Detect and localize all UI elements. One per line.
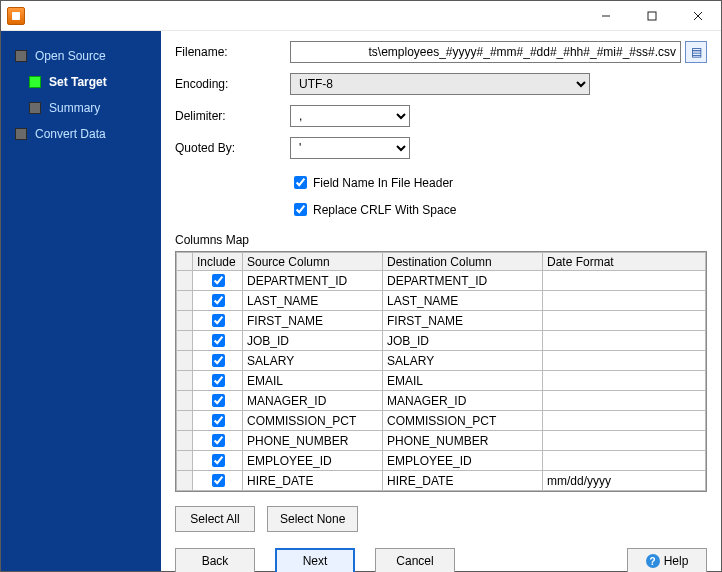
- sidebar-item-summary[interactable]: Summary: [21, 95, 155, 121]
- include-checkbox[interactable]: [212, 434, 225, 447]
- destination-cell[interactable]: PHONE_NUMBER: [383, 431, 543, 451]
- include-checkbox[interactable]: [212, 274, 225, 287]
- date-format-cell[interactable]: [543, 311, 706, 331]
- replace-crlf-checkbox[interactable]: [294, 203, 307, 216]
- destination-cell[interactable]: FIRST_NAME: [383, 311, 543, 331]
- table-row[interactable]: MANAGER_IDMANAGER_ID: [177, 391, 706, 411]
- date-format-cell[interactable]: mm/dd/yyyy: [543, 471, 706, 491]
- destination-cell[interactable]: SALARY: [383, 351, 543, 371]
- row-header[interactable]: [177, 331, 193, 351]
- table-row[interactable]: DEPARTMENT_IDDEPARTMENT_ID: [177, 271, 706, 291]
- source-cell[interactable]: EMPLOYEE_ID: [243, 451, 383, 471]
- destination-cell[interactable]: DEPARTMENT_ID: [383, 271, 543, 291]
- table-row[interactable]: COMMISSION_PCTCOMMISSION_PCT: [177, 411, 706, 431]
- destination-cell[interactable]: JOB_ID: [383, 331, 543, 351]
- include-checkbox[interactable]: [212, 314, 225, 327]
- date-format-cell[interactable]: [543, 451, 706, 471]
- destination-cell[interactable]: LAST_NAME: [383, 291, 543, 311]
- date-format-cell[interactable]: [543, 391, 706, 411]
- col-include[interactable]: Include: [193, 253, 243, 271]
- col-source[interactable]: Source Column: [243, 253, 383, 271]
- include-cell[interactable]: [193, 391, 243, 411]
- row-header[interactable]: [177, 451, 193, 471]
- source-cell[interactable]: FIRST_NAME: [243, 311, 383, 331]
- table-row[interactable]: EMAILEMAIL: [177, 371, 706, 391]
- date-format-cell[interactable]: [543, 431, 706, 451]
- row-header[interactable]: [177, 431, 193, 451]
- include-checkbox[interactable]: [212, 474, 225, 487]
- minimize-button[interactable]: [583, 1, 629, 31]
- col-date-format[interactable]: Date Format: [543, 253, 706, 271]
- include-cell[interactable]: [193, 411, 243, 431]
- date-format-cell[interactable]: [543, 371, 706, 391]
- source-cell[interactable]: COMMISSION_PCT: [243, 411, 383, 431]
- source-cell[interactable]: JOB_ID: [243, 331, 383, 351]
- include-checkbox[interactable]: [212, 374, 225, 387]
- table-row[interactable]: EMPLOYEE_IDEMPLOYEE_ID: [177, 451, 706, 471]
- sidebar-item-open-source[interactable]: Open Source: [7, 43, 155, 69]
- include-checkbox[interactable]: [212, 414, 225, 427]
- source-cell[interactable]: DEPARTMENT_ID: [243, 271, 383, 291]
- close-button[interactable]: [675, 1, 721, 31]
- date-format-cell[interactable]: [543, 271, 706, 291]
- destination-cell[interactable]: HIRE_DATE: [383, 471, 543, 491]
- date-format-cell[interactable]: [543, 291, 706, 311]
- source-cell[interactable]: EMAIL: [243, 371, 383, 391]
- help-button[interactable]: ? Help: [627, 548, 707, 572]
- maximize-button[interactable]: [629, 1, 675, 31]
- date-format-cell[interactable]: [543, 331, 706, 351]
- include-checkbox[interactable]: [212, 294, 225, 307]
- source-cell[interactable]: SALARY: [243, 351, 383, 371]
- include-cell[interactable]: [193, 371, 243, 391]
- include-checkbox[interactable]: [212, 334, 225, 347]
- sidebar-item-convert-data[interactable]: Convert Data: [7, 121, 155, 147]
- source-cell[interactable]: MANAGER_ID: [243, 391, 383, 411]
- row-header[interactable]: [177, 371, 193, 391]
- row-header[interactable]: [177, 351, 193, 371]
- destination-cell[interactable]: COMMISSION_PCT: [383, 411, 543, 431]
- row-header[interactable]: [177, 271, 193, 291]
- include-cell[interactable]: [193, 311, 243, 331]
- source-cell[interactable]: PHONE_NUMBER: [243, 431, 383, 451]
- table-row[interactable]: JOB_IDJOB_ID: [177, 331, 706, 351]
- include-cell[interactable]: [193, 431, 243, 451]
- back-button[interactable]: Back: [175, 548, 255, 572]
- include-cell[interactable]: [193, 451, 243, 471]
- encoding-select[interactable]: UTF-8: [290, 73, 590, 95]
- field-header-checkbox[interactable]: [294, 176, 307, 189]
- include-cell[interactable]: [193, 471, 243, 491]
- include-cell[interactable]: [193, 291, 243, 311]
- table-row[interactable]: FIRST_NAMEFIRST_NAME: [177, 311, 706, 331]
- table-row[interactable]: HIRE_DATEHIRE_DATEmm/dd/yyyy: [177, 471, 706, 491]
- date-format-cell[interactable]: [543, 411, 706, 431]
- select-none-button[interactable]: Select None: [267, 506, 358, 532]
- include-checkbox[interactable]: [212, 454, 225, 467]
- col-destination[interactable]: Destination Column: [383, 253, 543, 271]
- sidebar-item-set-target[interactable]: Set Target: [21, 69, 155, 95]
- delimiter-select[interactable]: ,: [290, 105, 410, 127]
- include-cell[interactable]: [193, 331, 243, 351]
- row-header[interactable]: [177, 291, 193, 311]
- include-checkbox[interactable]: [212, 394, 225, 407]
- quoted-by-select[interactable]: ': [290, 137, 410, 159]
- cancel-button[interactable]: Cancel: [375, 548, 455, 572]
- table-row[interactable]: LAST_NAMELAST_NAME: [177, 291, 706, 311]
- destination-cell[interactable]: EMAIL: [383, 371, 543, 391]
- browse-button[interactable]: ▤: [685, 41, 707, 63]
- destination-cell[interactable]: EMPLOYEE_ID: [383, 451, 543, 471]
- include-checkbox[interactable]: [212, 354, 225, 367]
- source-cell[interactable]: HIRE_DATE: [243, 471, 383, 491]
- date-format-cell[interactable]: [543, 351, 706, 371]
- row-header[interactable]: [177, 471, 193, 491]
- include-cell[interactable]: [193, 271, 243, 291]
- select-all-button[interactable]: Select All: [175, 506, 255, 532]
- destination-cell[interactable]: MANAGER_ID: [383, 391, 543, 411]
- table-row[interactable]: SALARYSALARY: [177, 351, 706, 371]
- row-header[interactable]: [177, 311, 193, 331]
- source-cell[interactable]: LAST_NAME: [243, 291, 383, 311]
- table-row[interactable]: PHONE_NUMBERPHONE_NUMBER: [177, 431, 706, 451]
- next-button[interactable]: Next: [275, 548, 355, 572]
- row-header[interactable]: [177, 411, 193, 431]
- include-cell[interactable]: [193, 351, 243, 371]
- filename-input[interactable]: [290, 41, 681, 63]
